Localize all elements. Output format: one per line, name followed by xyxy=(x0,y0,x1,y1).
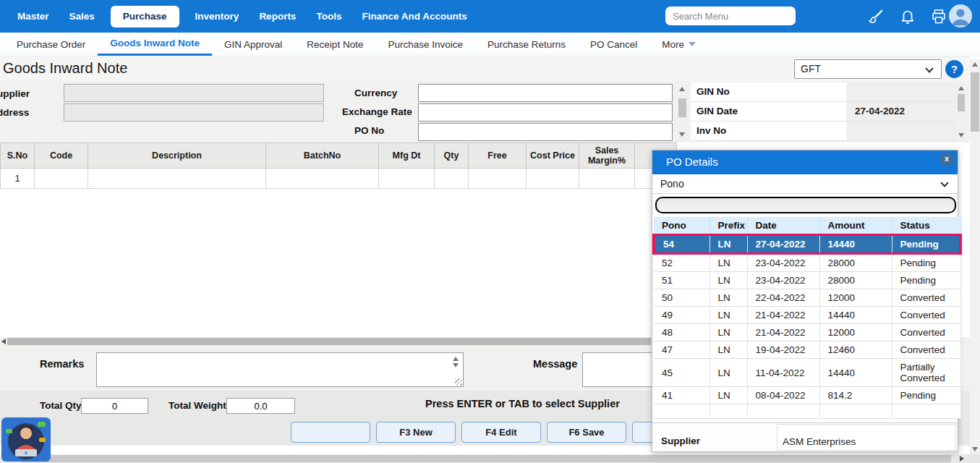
search-input[interactable] xyxy=(665,7,796,25)
action-button[interactable]: F6 Save xyxy=(547,422,626,443)
module-tab[interactable]: Receipt Note xyxy=(294,33,375,56)
branch-select[interactable]: GFT xyxy=(794,59,942,79)
po-cell-prefix[interactable]: LN xyxy=(710,289,747,307)
po-cell-amount[interactable]: 12000 xyxy=(819,289,892,307)
help-button[interactable]: ? xyxy=(945,60,963,78)
po-row[interactable]: 45 LN 11-04-2022 14440 Partially Convert… xyxy=(654,359,960,387)
close-icon[interactable]: x xyxy=(940,153,953,165)
module-tab[interactable]: Goods Inward Note xyxy=(98,33,212,56)
po-cell-status[interactable]: Partially Converted xyxy=(892,359,960,387)
description-cell[interactable] xyxy=(88,169,266,189)
scrollbar-thumb[interactable] xyxy=(7,338,651,345)
po-cell-date[interactable]: 21-04-2022 xyxy=(747,307,819,324)
po-cell-date[interactable]: 08-04-2022 xyxy=(747,387,819,404)
po-cell-status[interactable]: Converted xyxy=(892,289,960,307)
page-horizontal-scrollbar[interactable] xyxy=(0,454,967,463)
po-cell-status[interactable]: Pending xyxy=(892,272,960,289)
nav-menu-item[interactable]: Tools xyxy=(306,0,351,33)
scrollbar-thumb[interactable] xyxy=(22,455,951,462)
po-cell-prefix[interactable]: LN xyxy=(710,324,747,341)
scroll-right-icon[interactable] xyxy=(960,456,964,462)
po-no-input[interactable] xyxy=(418,123,673,141)
po-cell-status[interactable]: Pending xyxy=(892,387,960,404)
po-cell-pono[interactable]: 54 xyxy=(654,235,710,254)
po-cell-date[interactable]: 27-04-2022 xyxy=(747,235,819,254)
scroll-down-icon[interactable] xyxy=(972,447,978,451)
page-vertical-scrollbar[interactable] xyxy=(970,59,980,454)
module-tab[interactable]: Purchase Invoice xyxy=(375,33,475,56)
po-filter-select[interactable]: Pono xyxy=(652,174,958,194)
scroll-down-icon[interactable] xyxy=(958,133,964,137)
printer-icon[interactable] xyxy=(930,8,947,25)
supplier-input[interactable] xyxy=(64,84,324,102)
po-cell-pono[interactable]: 52 xyxy=(654,254,710,272)
po-cell-status[interactable]: Converted xyxy=(892,307,960,324)
po-cell-amount[interactable]: 12460 xyxy=(819,341,892,359)
exchange-rate-input[interactable] xyxy=(418,103,673,122)
items-row[interactable]: 1 xyxy=(1,169,677,189)
po-row[interactable]: 47 LN 19-04-2022 12460 Converted xyxy=(654,341,960,359)
po-cell-prefix[interactable]: LN xyxy=(710,254,747,272)
nav-menu-item[interactable]: Sales xyxy=(59,0,105,33)
scroll-down-icon[interactable] xyxy=(453,363,459,368)
po-cell-amount[interactable]: 814.2 xyxy=(819,387,892,404)
po-cell-amount[interactable]: 14440 xyxy=(819,307,892,324)
po-cell-pono[interactable]: 48 xyxy=(654,324,710,341)
po-cell-prefix[interactable]: LN xyxy=(710,341,747,359)
po-cell-status[interactable]: Converted xyxy=(892,324,960,341)
po-cell-amount[interactable]: 14440 xyxy=(819,235,892,254)
paintbrush-icon[interactable] xyxy=(866,8,884,25)
nav-menu-item[interactable]: Purchase xyxy=(111,6,179,27)
code-cell[interactable] xyxy=(35,169,88,189)
po-cell-prefix[interactable]: LN xyxy=(710,307,747,324)
po-cell-amount[interactable]: 12000 xyxy=(819,324,892,341)
module-tab[interactable]: PO Cancel xyxy=(578,33,649,56)
scrollbar-thumb[interactable] xyxy=(678,98,686,117)
po-search-input[interactable] xyxy=(655,197,956,213)
po-row[interactable]: 54 LN 27-04-2022 14440 Pending xyxy=(654,235,960,254)
sno-cell[interactable]: 1 xyxy=(1,169,35,189)
total-weight-input[interactable] xyxy=(226,398,295,414)
action-button[interactable] xyxy=(291,422,370,443)
form-scrollbar[interactable] xyxy=(677,84,688,140)
po-row[interactable]: 41 LN 08-04-2022 814.2 Pending xyxy=(654,387,960,404)
po-cell-amount[interactable]: 28000 xyxy=(819,272,892,289)
po-cell-date[interactable]: 11-04-2022 xyxy=(747,359,819,387)
salesmargin-cell[interactable] xyxy=(579,169,635,189)
total-qty-input[interactable] xyxy=(81,398,148,414)
scroll-up-icon[interactable] xyxy=(679,87,685,91)
po-row[interactable]: 51 LN 23-04-2022 28000 Pending xyxy=(654,272,960,289)
action-button[interactable]: F3 New xyxy=(376,422,456,443)
user-avatar[interactable] xyxy=(949,4,972,27)
po-cell-amount[interactable]: 28000 xyxy=(819,254,892,272)
mfgdt-cell[interactable] xyxy=(379,169,435,189)
free-cell[interactable] xyxy=(469,169,527,189)
po-row[interactable]: 52 LN 23-04-2022 28000 Pending xyxy=(654,254,960,272)
module-tab[interactable]: GIN Approval xyxy=(212,33,294,56)
address-input[interactable] xyxy=(64,103,324,122)
po-cell-pono[interactable]: 50 xyxy=(654,289,710,307)
qty-cell[interactable] xyxy=(435,169,469,189)
po-cell-amount[interactable]: 14440 xyxy=(819,359,892,387)
action-button[interactable]: F4 Edit xyxy=(461,422,541,443)
nav-menu-item[interactable]: Inventory xyxy=(185,0,250,33)
scroll-up-icon[interactable] xyxy=(972,62,978,67)
po-cell-status[interactable]: Pending xyxy=(892,254,960,272)
scroll-left-icon[interactable] xyxy=(1,339,6,344)
remarks-textarea[interactable] xyxy=(96,352,464,387)
po-cell-date[interactable]: 22-04-2022 xyxy=(747,289,819,307)
nav-menu-item[interactable]: Finance And Accounts xyxy=(351,0,477,33)
currency-input[interactable] xyxy=(418,84,673,102)
po-cell-status[interactable]: Pending xyxy=(892,235,960,254)
costprice-cell[interactable] xyxy=(527,169,579,189)
po-cell-prefix[interactable]: LN xyxy=(710,359,747,387)
po-cell-pono[interactable]: 51 xyxy=(654,272,710,289)
bell-icon[interactable] xyxy=(899,8,916,25)
po-cell-date[interactable]: 21-04-2022 xyxy=(747,324,819,341)
po-cell-date[interactable]: 23-04-2022 xyxy=(747,272,819,289)
module-tab[interactable]: Purchase Order xyxy=(4,33,98,56)
support-chat-widget[interactable] xyxy=(1,417,51,463)
scroll-up-icon[interactable] xyxy=(453,357,459,361)
po-cell-pono[interactable]: 45 xyxy=(654,359,710,387)
nav-menu-item[interactable]: Master xyxy=(7,0,59,33)
